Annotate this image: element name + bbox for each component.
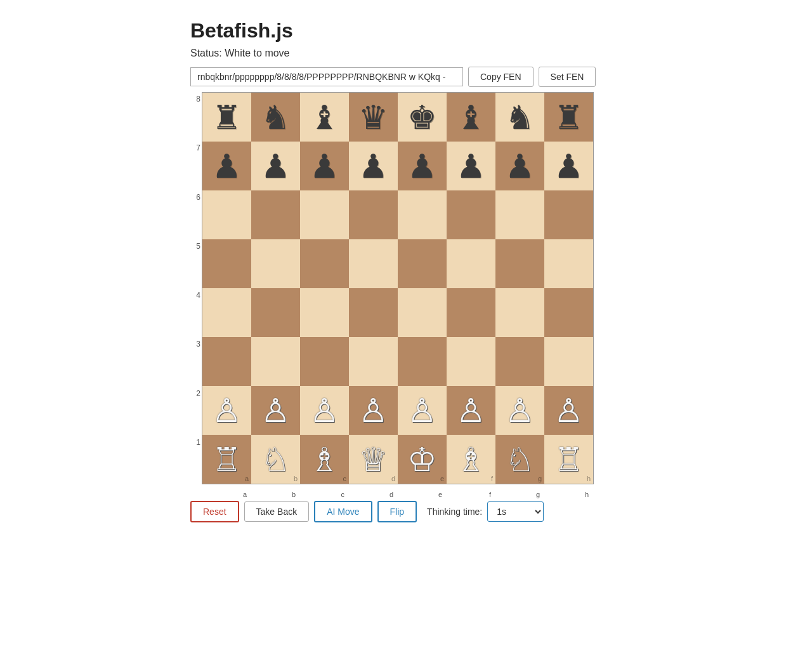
cell-7-h[interactable]: ♟ xyxy=(544,142,593,190)
main-container: Betafish.js Status: White to move Copy F… xyxy=(0,0,812,650)
cell-4-a[interactable] xyxy=(202,288,251,337)
cell-7-d[interactable]: ♟ xyxy=(349,142,398,190)
piece: ♝ xyxy=(310,101,339,134)
cell-7-c[interactable]: ♟ xyxy=(300,142,349,190)
piece: ♙ xyxy=(212,394,242,427)
file-label-c: c xyxy=(299,491,348,498)
cell-8-d[interactable]: ♛ xyxy=(349,93,398,142)
cell-2-c[interactable]: ♙ xyxy=(300,386,349,435)
cell-6-d[interactable] xyxy=(349,190,398,239)
file-label-h: h xyxy=(544,491,593,498)
rank-label-5: 5 xyxy=(190,239,202,288)
board-container: 8 7 6 5 4 3 2 1 ♜♞♝♛♚♝♞♜♟♟♟♟♟♟♟♟♙♙♙♙♙♙♙♙… xyxy=(190,92,594,498)
rank-labels: 8 7 6 5 4 3 2 1 xyxy=(190,92,202,484)
piece: ♔ xyxy=(407,443,437,476)
cell-4-h[interactable] xyxy=(544,288,593,337)
cell-1-a[interactable]: ♖a xyxy=(202,435,251,484)
cell-7-b[interactable]: ♟ xyxy=(251,142,300,190)
piece: ♟ xyxy=(554,150,584,183)
cell-6-c[interactable] xyxy=(300,190,349,239)
thinking-time-select[interactable]: 0.5s 1s 2s 5s 10s xyxy=(487,501,544,522)
cell-1-e[interactable]: ♔e xyxy=(398,435,447,484)
ai-move-button[interactable]: AI Move xyxy=(314,501,372,522)
file-label-b: b xyxy=(251,491,299,498)
file-label-e: e xyxy=(397,491,446,498)
cell-6-g[interactable] xyxy=(495,190,544,239)
cell-8-f[interactable]: ♝ xyxy=(447,93,495,142)
cell-2-f[interactable]: ♙ xyxy=(447,386,495,435)
cell-5-e[interactable] xyxy=(398,239,447,288)
piece: ♕ xyxy=(358,443,388,476)
cell-3-g[interactable] xyxy=(495,337,544,386)
rank-label-2: 2 xyxy=(190,387,202,435)
cell-file-label: h xyxy=(587,475,591,482)
cell-6-f[interactable] xyxy=(447,190,495,239)
set-fen-button[interactable]: Set FEN xyxy=(539,67,596,87)
fen-input[interactable] xyxy=(190,67,463,86)
cell-6-e[interactable] xyxy=(398,190,447,239)
cell-5-d[interactable] xyxy=(349,239,398,288)
cell-5-a[interactable] xyxy=(202,239,251,288)
cell-1-h[interactable]: ♖h xyxy=(544,435,593,484)
file-labels-row: a b c d e f g h xyxy=(202,491,594,498)
cell-1-g[interactable]: ♘g xyxy=(495,435,544,484)
piece: ♖ xyxy=(554,443,584,476)
copy-fen-button[interactable]: Copy FEN xyxy=(468,67,534,87)
cell-4-b[interactable] xyxy=(251,288,300,337)
cell-3-d[interactable] xyxy=(349,337,398,386)
cell-2-h[interactable]: ♙ xyxy=(544,386,593,435)
cell-8-c[interactable]: ♝ xyxy=(300,93,349,142)
cell-3-c[interactable] xyxy=(300,337,349,386)
cell-8-h[interactable]: ♜ xyxy=(544,93,593,142)
piece: ♟ xyxy=(456,150,486,183)
piece: ♟ xyxy=(358,150,388,183)
piece: ♗ xyxy=(456,443,486,476)
cell-7-g[interactable]: ♟ xyxy=(495,142,544,190)
cell-file-label: e xyxy=(440,475,444,482)
cell-7-a[interactable]: ♟ xyxy=(202,142,251,190)
piece: ♙ xyxy=(505,394,535,427)
cell-5-g[interactable] xyxy=(495,239,544,288)
cell-3-h[interactable] xyxy=(544,337,593,386)
cell-1-c[interactable]: ♗c xyxy=(300,435,349,484)
cell-3-e[interactable] xyxy=(398,337,447,386)
cell-4-c[interactable] xyxy=(300,288,349,337)
file-label-a: a xyxy=(202,491,251,498)
cell-3-a[interactable] xyxy=(202,337,251,386)
cell-8-b[interactable]: ♞ xyxy=(251,93,300,142)
cell-7-e[interactable]: ♟ xyxy=(398,142,447,190)
cell-7-f[interactable]: ♟ xyxy=(447,142,495,190)
cell-6-b[interactable] xyxy=(251,190,300,239)
cell-2-e[interactable]: ♙ xyxy=(398,386,447,435)
cell-1-d[interactable]: ♕d xyxy=(349,435,398,484)
cell-6-a[interactable] xyxy=(202,190,251,239)
cell-4-f[interactable] xyxy=(447,288,495,337)
cell-4-d[interactable] xyxy=(349,288,398,337)
cell-1-f[interactable]: ♗f xyxy=(447,435,495,484)
cell-3-f[interactable] xyxy=(447,337,495,386)
cell-2-d[interactable]: ♙ xyxy=(349,386,398,435)
cell-1-b[interactable]: ♘b xyxy=(251,435,300,484)
cell-8-a[interactable]: ♜ xyxy=(202,93,251,142)
cell-4-e[interactable] xyxy=(398,288,447,337)
cell-6-h[interactable] xyxy=(544,190,593,239)
cell-2-a[interactable]: ♙ xyxy=(202,386,251,435)
piece: ♘ xyxy=(261,443,291,476)
cell-2-b[interactable]: ♙ xyxy=(251,386,300,435)
piece: ♝ xyxy=(456,101,486,134)
cell-5-c[interactable] xyxy=(300,239,349,288)
flip-button[interactable]: Flip xyxy=(377,501,417,522)
cell-8-e[interactable]: ♚ xyxy=(398,93,447,142)
cell-8-g[interactable]: ♞ xyxy=(495,93,544,142)
fen-row: Copy FEN Set FEN xyxy=(190,67,596,87)
take-back-button[interactable]: Take Back xyxy=(244,501,310,522)
rank-label-3: 3 xyxy=(190,337,202,386)
cell-3-b[interactable] xyxy=(251,337,300,386)
cell-5-f[interactable] xyxy=(447,239,495,288)
cell-4-g[interactable] xyxy=(495,288,544,337)
piece: ♞ xyxy=(505,101,535,134)
reset-button[interactable]: Reset xyxy=(190,501,239,522)
cell-5-h[interactable] xyxy=(544,239,593,288)
cell-2-g[interactable]: ♙ xyxy=(495,386,544,435)
cell-5-b[interactable] xyxy=(251,239,300,288)
